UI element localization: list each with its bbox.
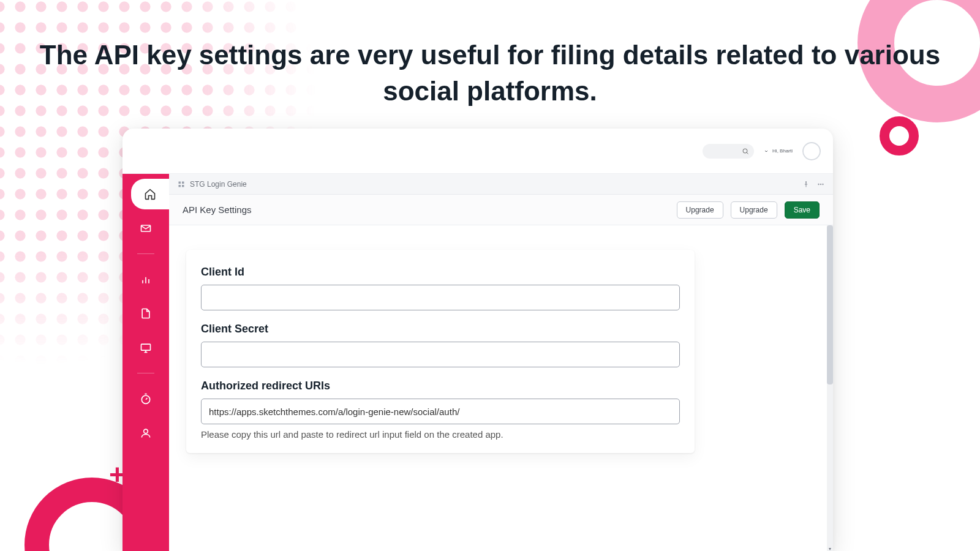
grid-icon <box>178 181 185 188</box>
home-icon <box>144 188 156 200</box>
sidebar <box>123 174 169 551</box>
envelope-icon <box>140 222 152 234</box>
client-secret-input[interactable] <box>201 342 680 367</box>
redirect-uri-hint: Please copy this url and paste to redire… <box>201 429 680 440</box>
svg-point-20 <box>823 184 824 185</box>
scrollbar-track[interactable]: ▴ ▾ <box>827 225 833 551</box>
svg-point-18 <box>818 184 820 185</box>
sidebar-item-user[interactable] <box>130 418 161 448</box>
svg-line-1 <box>747 152 748 154</box>
app-window: Hi, Bharti <box>123 129 833 551</box>
sidebar-separator <box>137 373 154 373</box>
settings-card: Client Id Client Secret Authorized redir… <box>186 250 695 453</box>
stopwatch-icon <box>140 392 152 405</box>
bar-chart-icon <box>140 273 152 285</box>
upgrade-button-secondary[interactable]: Upgrade <box>731 201 777 219</box>
save-button[interactable]: Save <box>785 201 820 219</box>
client-id-label: Client Id <box>201 266 680 279</box>
svg-line-10 <box>146 398 148 400</box>
svg-point-0 <box>743 149 747 153</box>
monitor-icon <box>140 342 152 354</box>
search-icon <box>742 148 749 155</box>
svg-rect-6 <box>141 344 151 350</box>
breadcrumb-bar: STG Login Genie <box>169 174 833 195</box>
content-area: ▴ ▾ Client Id Client Secret Authorized r… <box>169 225 833 551</box>
sidebar-item-analytics[interactable] <box>130 264 161 294</box>
section-header: API Key Settings Upgrade Upgrade Save <box>169 195 833 225</box>
svg-rect-14 <box>182 181 184 184</box>
section-title: API Key Settings <box>183 204 252 215</box>
upgrade-button[interactable]: Upgrade <box>677 201 723 219</box>
breadcrumb-text: STG Login Genie <box>190 180 247 189</box>
redirect-uri-input[interactable] <box>201 399 680 424</box>
user-greeting: Hi, Bharti <box>772 148 793 154</box>
main-panel: STG Login Genie API Key Settings Upgrade… <box>169 174 833 551</box>
more-icon[interactable] <box>817 181 824 188</box>
search-input[interactable] <box>703 144 754 159</box>
scroll-down-arrow[interactable]: ▾ <box>827 546 832 551</box>
topbar: Hi, Bharti <box>123 129 833 174</box>
file-icon <box>140 307 152 320</box>
chevron-down-icon <box>764 149 769 154</box>
user-icon <box>140 427 152 439</box>
avatar[interactable] <box>802 142 821 160</box>
svg-rect-16 <box>182 185 184 187</box>
scrollbar-thumb[interactable] <box>827 225 833 384</box>
sidebar-item-home[interactable] <box>131 179 169 209</box>
sidebar-item-inbox[interactable] <box>130 213 161 244</box>
sidebar-item-timer[interactable] <box>130 383 161 414</box>
client-secret-label: Client Secret <box>201 323 680 335</box>
svg-rect-13 <box>179 181 181 184</box>
decorative-ring-red-small <box>880 116 919 156</box>
sidebar-separator <box>137 253 154 254</box>
svg-point-12 <box>144 429 148 433</box>
sidebar-item-files[interactable] <box>130 298 161 329</box>
sidebar-item-desktop[interactable] <box>130 332 161 363</box>
svg-rect-15 <box>179 185 181 187</box>
redirect-uri-label: Authorized redirect URIs <box>201 380 680 392</box>
pin-icon[interactable] <box>802 181 810 188</box>
page-headline: The API key settings are very useful for… <box>0 37 980 110</box>
svg-point-19 <box>820 184 821 185</box>
user-menu[interactable]: Hi, Bharti <box>764 148 793 154</box>
client-id-input[interactable] <box>201 285 680 310</box>
